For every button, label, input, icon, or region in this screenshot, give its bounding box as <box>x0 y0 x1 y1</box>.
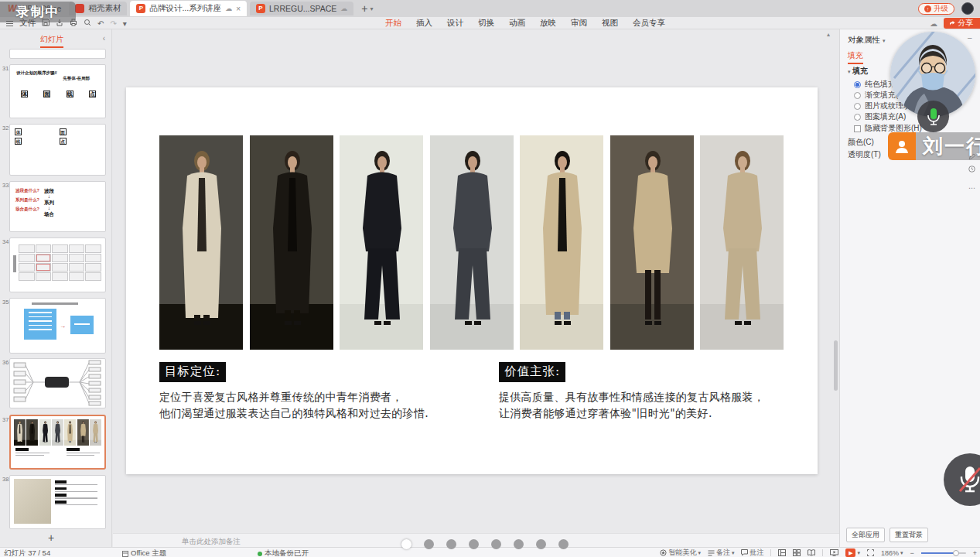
normal-view-icon[interactable] <box>778 549 786 556</box>
slide-number: 36 <box>2 359 9 366</box>
mic-muted-icon <box>957 465 980 494</box>
comment-icon <box>741 549 748 556</box>
new-tab-button[interactable]: + <box>361 2 367 15</box>
more-ellipsis-icon[interactable]: ⋯ <box>968 184 975 192</box>
ribbon-tabs: 开始 插入 设计 切换 动画 放映 审阅 视图 会员专享 <box>385 17 665 29</box>
slide-thumbnail-33[interactable]: 波段是什么? 系列是什么? 场合是什么? 波段↓系列↓场合 <box>9 181 106 232</box>
undo-icon[interactable]: ↶ <box>97 19 104 28</box>
pager-dot-4[interactable] <box>469 539 479 549</box>
reset-background-button[interactable]: 重置背景 <box>890 528 928 542</box>
close-tab-icon[interactable]: × <box>236 5 241 13</box>
fashion-photo-6[interactable] <box>610 135 694 350</box>
fill-tab[interactable]: 填充 <box>848 50 863 64</box>
zoom-slider-thumb[interactable] <box>953 550 959 556</box>
doc-tab-other[interactable]: P LRREGU...SPACE ☁ <box>250 2 353 15</box>
tab-transition[interactable]: 切换 <box>478 18 494 29</box>
pager-dot-1[interactable] <box>401 539 411 549</box>
thumb-photo-strip <box>11 416 104 446</box>
print-preview-icon[interactable] <box>84 19 91 28</box>
apply-all-button[interactable]: 全部应用 <box>846 528 885 542</box>
slide-thumbnail-34[interactable] <box>9 237 106 292</box>
play-from-current-icon[interactable] <box>830 549 838 556</box>
slideshow-play-button[interactable]: ▶▾ <box>845 548 860 557</box>
minimize-panel-icon[interactable]: − <box>968 33 972 43</box>
fill-section-header[interactable]: ▾ 填充 <box>848 66 868 77</box>
vertical-scrollbar[interactable] <box>834 340 838 391</box>
zoom-out-button[interactable]: − <box>910 549 913 557</box>
mic-on-button[interactable] <box>917 101 949 132</box>
color-label[interactable]: 颜色(C) <box>848 137 874 148</box>
tab-insert[interactable]: 插入 <box>416 18 432 29</box>
collapse-sidebar-icon[interactable]: ‹ <box>103 34 105 43</box>
pager-dot-6[interactable] <box>514 539 524 549</box>
thumb-box: 线 <box>15 138 22 145</box>
pager-dot-3[interactable] <box>446 539 456 549</box>
thumb-photo-5 <box>64 419 76 446</box>
slide-thumbnail-32[interactable]: 体 面 线 点 <box>9 124 106 176</box>
tab-list-caret-icon[interactable]: ▾ <box>370 5 374 12</box>
ppt-file-icon: P <box>136 4 145 13</box>
upgrade-button[interactable]: ↑ 升级 <box>918 3 954 15</box>
backup-indicator[interactable]: 本地备份已开 <box>258 548 309 557</box>
redo-icon[interactable]: ↷ <box>110 19 116 28</box>
quickbar-caret-icon[interactable]: ▾ <box>123 19 127 28</box>
add-slide-button[interactable]: + <box>48 531 54 544</box>
slide-thumbnail-31[interactable]: 设计企划的顺序步骤// 先整体-在局部 体 面 线 点 <box>9 64 106 118</box>
panel-caret-icon[interactable]: ▾ <box>883 38 886 43</box>
comments-button[interactable]: 批注 <box>741 548 763 557</box>
pager-dot-2[interactable] <box>424 539 434 549</box>
slide-thumbnail-30[interactable] <box>9 49 106 59</box>
theme-icon <box>122 551 128 557</box>
fashion-photo-4[interactable] <box>430 135 514 350</box>
fill-option-pattern[interactable]: 图案填充(A) <box>854 111 906 122</box>
slide-number: 37 <box>2 416 9 423</box>
zoom-slider[interactable] <box>921 552 966 554</box>
tab-slideshow[interactable]: 放映 <box>540 18 556 29</box>
slide-thumbnail-37-selected[interactable] <box>9 415 106 470</box>
cloud-status-icon[interactable]: ☁ <box>930 19 937 28</box>
transparency-label[interactable]: 透明度(T) <box>848 149 881 160</box>
doc-tab-docer[interactable]: 稻壳素材 <box>69 2 127 15</box>
tab-member[interactable]: 会员专享 <box>633 18 665 29</box>
slide-number: 33 <box>2 182 9 189</box>
account-avatar[interactable] <box>961 2 974 15</box>
panel-title: 对象属性 ▾ <box>848 35 885 46</box>
thumb-photo-3 <box>39 419 51 446</box>
zoom-level[interactable]: 186%▾ <box>881 549 903 557</box>
thumb-photo-1 <box>14 419 26 446</box>
share-icon <box>949 20 955 26</box>
thumb-box: 面 <box>60 128 67 135</box>
fashion-photo-3[interactable] <box>340 135 423 350</box>
tab-home[interactable]: 开始 <box>385 18 401 29</box>
tab-view[interactable]: 视图 <box>602 18 618 29</box>
tab-design[interactable]: 设计 <box>447 18 463 29</box>
pager-dot-5[interactable] <box>491 539 501 549</box>
smart-beautify-button[interactable]: 智能美化▾ <box>660 548 701 557</box>
slide-sorter-view-icon[interactable] <box>793 549 801 556</box>
tab-review[interactable]: 审阅 <box>571 18 587 29</box>
tab-slides[interactable]: 幻灯片 <box>40 34 63 48</box>
fashion-photo-7[interactable] <box>700 135 784 350</box>
share-button[interactable]: 分享 <box>944 18 980 29</box>
zoom-in-button[interactable]: + <box>973 549 977 557</box>
fashion-photo-2[interactable] <box>250 135 333 350</box>
slide-thumbnail-38[interactable] <box>9 475 106 529</box>
reading-view-icon[interactable] <box>808 549 815 556</box>
theme-indicator[interactable]: Office 主题 <box>122 548 166 557</box>
history-clock-icon[interactable] <box>968 166 975 174</box>
collapse-ribbon-icon[interactable]: ▴ <box>827 31 830 38</box>
fit-slide-icon[interactable] <box>867 549 874 556</box>
notes-button[interactable]: 备注▾ <box>708 548 735 557</box>
slide-37[interactable]: 目标定位: 定位于喜爱复古风格并尊重传统的中青年消费者， 他们渴望通过服装表达自… <box>126 87 818 474</box>
doc-tab-current[interactable]: P 品牌设计...系列讲座 ☁ × <box>130 1 247 16</box>
slide-canvas[interactable]: ▴ <box>113 29 833 533</box>
thumb-steps: 波段↓系列↓场合 <box>44 188 54 217</box>
slide-thumbnail-35[interactable]: → <box>9 298 106 354</box>
fashion-photo-5[interactable] <box>520 135 603 350</box>
slide-number: 34 <box>2 238 9 245</box>
tab-animation[interactable]: 动画 <box>509 18 525 29</box>
pager-dot-8[interactable] <box>558 539 569 549</box>
slide-thumbnail-36[interactable] <box>9 358 106 408</box>
pager-dot-7[interactable] <box>536 539 546 549</box>
fashion-photo-1[interactable] <box>159 135 243 350</box>
